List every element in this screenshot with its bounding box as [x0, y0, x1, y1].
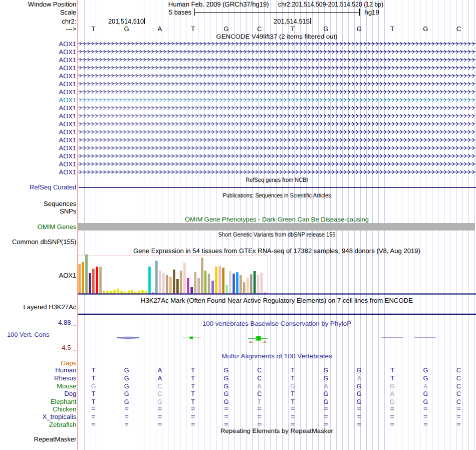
svg-text:G: G [323, 25, 328, 33]
svg-text:Mouse: Mouse [57, 382, 76, 390]
svg-text:Window Position: Window Position [28, 1, 76, 8]
svg-text:G: G [124, 383, 129, 390]
svg-text:Short Genetic Variants from db: Short Genetic Variants from dbSNP releas… [218, 231, 336, 238]
svg-text:G: G [423, 398, 428, 405]
svg-text:G: G [223, 25, 228, 33]
svg-text:G: G [423, 367, 428, 374]
svg-text:T: T [191, 25, 195, 33]
svg-text:AOX1: AOX1 [59, 104, 76, 112]
svg-text:G: G [390, 398, 395, 405]
svg-text:AOX1: AOX1 [59, 48, 76, 56]
svg-text:201,514,515: 201,514,515 [274, 18, 310, 25]
svg-text:G: G [290, 383, 295, 390]
svg-text:G: G [324, 367, 329, 374]
svg-text:4.88 _: 4.88 _ [58, 319, 77, 326]
svg-text:G: G [124, 25, 129, 33]
svg-text:G: G [124, 398, 129, 405]
svg-text:G: G [423, 25, 428, 33]
svg-text:T: T [390, 375, 394, 382]
svg-text:Human Feb. 2009 (GRCh37/hg19): Human Feb. 2009 (GRCh37/hg19) [168, 1, 269, 8]
svg-text:T: T [291, 390, 295, 397]
svg-text:T: T [390, 25, 394, 33]
svg-text:G: G [357, 25, 362, 33]
svg-text:AOX1: AOX1 [59, 120, 76, 128]
svg-text:G: G [157, 398, 162, 405]
svg-text:Multiz Alignments of 100 Verte: Multiz Alignments of 100 Vertebrates [221, 353, 332, 360]
svg-text:Gene Expression in 54 tissues: Gene Expression in 54 tissues from GTEx … [133, 247, 420, 255]
svg-text:AOX1: AOX1 [59, 136, 76, 144]
svg-text:G: G [324, 390, 329, 397]
svg-text:G: G [357, 383, 362, 390]
svg-text:Common dbSNP(155): Common dbSNP(155) [12, 238, 76, 246]
svg-text:G: G [124, 367, 129, 374]
svg-text:C: C [257, 367, 262, 374]
svg-text:C: C [157, 390, 162, 397]
svg-text:G: G [224, 367, 229, 374]
svg-text:T: T [191, 383, 195, 390]
svg-text:AOX1: AOX1 [59, 128, 76, 136]
svg-text:A: A [158, 375, 162, 382]
svg-text:G: G [224, 375, 229, 382]
svg-text:AOX1: AOX1 [59, 272, 76, 279]
svg-text:100 vertebrates Basewise Conse: 100 vertebrates Basewise Conservation by… [202, 320, 351, 327]
svg-text:AOX1: AOX1 [59, 168, 76, 176]
svg-text:G: G [390, 383, 395, 390]
svg-text:G: G [357, 367, 362, 374]
svg-text:G: G [423, 375, 428, 382]
svg-text:AOX1: AOX1 [59, 72, 76, 80]
svg-text:RepeatMasker: RepeatMasker [34, 435, 76, 443]
svg-text:C: C [456, 398, 461, 405]
svg-text:C: C [257, 375, 262, 382]
svg-text:Rhesus: Rhesus [54, 374, 77, 382]
svg-text:Layered H3K27Ac: Layered H3K27Ac [23, 303, 76, 311]
svg-text:AOX1: AOX1 [59, 144, 76, 152]
svg-text:G: G [224, 383, 229, 390]
svg-text:SNPs: SNPs [60, 207, 77, 215]
svg-text:chr2:: chr2: [62, 18, 76, 25]
svg-text:G: G [324, 375, 329, 382]
svg-text:AOX1: AOX1 [59, 160, 76, 168]
svg-text:OMIM Gene Phenotypes - Dark Gr: OMIM Gene Phenotypes - Dark Green Can Be… [185, 216, 369, 223]
svg-text:C: C [257, 25, 262, 33]
svg-text:G: G [423, 390, 428, 397]
svg-text:5 bases: 5 bases [169, 9, 191, 16]
svg-text:T: T [191, 367, 195, 374]
svg-text:Human: Human [55, 366, 76, 374]
svg-text:AOX1: AOX1 [59, 56, 76, 64]
svg-text:C: C [456, 383, 461, 390]
svg-text:G: G [224, 398, 229, 405]
svg-text:C: C [456, 367, 461, 374]
svg-text:Scale: Scale [60, 9, 77, 16]
svg-text:G: G [357, 390, 362, 397]
svg-text:GENCODE V49lift37 (2 items fil: GENCODE V49lift37 (2 items filtered out) [216, 33, 338, 40]
svg-text:T: T [291, 398, 295, 405]
svg-text:T: T [91, 367, 95, 374]
svg-text:RefSeq genes from NCBI: RefSeq genes from NCBI [246, 176, 308, 183]
svg-text:100 Vert. Cons: 100 Vert. Cons [7, 331, 49, 338]
svg-text:Chicken: Chicken [53, 405, 76, 413]
svg-text:A: A [423, 383, 428, 390]
svg-text:G: G [124, 375, 129, 382]
svg-text:T: T [390, 367, 394, 374]
svg-text:G: G [224, 390, 229, 397]
svg-text:Sequences: Sequences [44, 200, 77, 207]
svg-text:AOX1: AOX1 [59, 88, 76, 96]
svg-text:A: A [158, 25, 162, 33]
svg-text:H3K27Ac Mark (Often Found Near: H3K27Ac Mark (Often Found Near Active Re… [141, 297, 413, 304]
svg-text:T: T [191, 390, 195, 397]
svg-text:Zebrafish: Zebrafish [49, 421, 76, 428]
svg-text:A: A [158, 367, 162, 374]
svg-text:--->: ---> [66, 25, 77, 33]
svg-text:A: A [324, 383, 328, 390]
svg-text:C: C [157, 383, 162, 390]
svg-text:AOX1: AOX1 [59, 96, 76, 104]
svg-text:201,514,510: 201,514,510 [108, 18, 144, 25]
svg-text:G: G [91, 383, 96, 390]
svg-text:AOX1: AOX1 [59, 40, 76, 48]
svg-text:T: T [91, 390, 95, 397]
svg-text:T: T [291, 375, 295, 382]
svg-text:T: T [191, 375, 195, 382]
svg-text:Dog: Dog [64, 390, 76, 397]
svg-text:-4.5 _: -4.5 _ [60, 344, 77, 351]
svg-text:X_tropicalis: X_tropicalis [43, 413, 77, 420]
